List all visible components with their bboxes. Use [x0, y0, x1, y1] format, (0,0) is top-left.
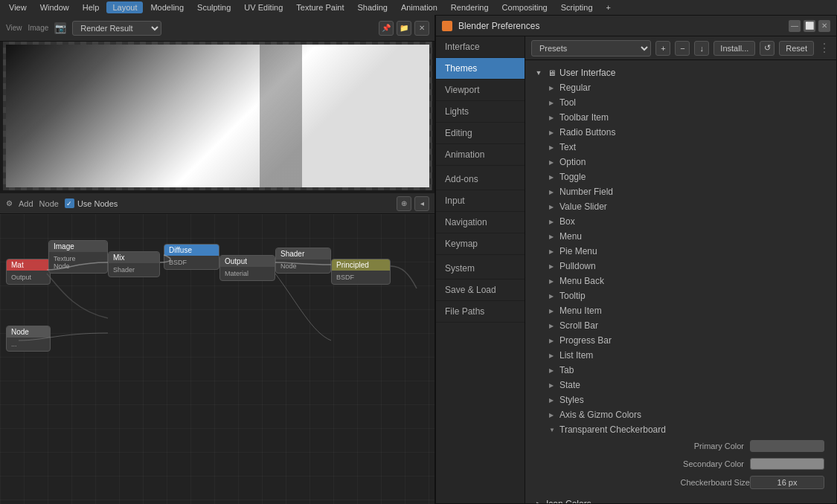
node-2[interactable]: Image TextureNode: [48, 240, 108, 274]
tree-item-text[interactable]: ▶ Text: [543, 140, 830, 155]
menu-texture-paint[interactable]: Texture Paint: [290, 1, 350, 13]
tree-item-menu-item[interactable]: ▶ Menu Item: [543, 303, 830, 318]
node-7[interactable]: Principled BSDF: [331, 259, 391, 285]
use-nodes-checkbox[interactable]: ✓ Use Nodes: [65, 198, 118, 208]
preset-remove-btn[interactable]: −: [675, 41, 690, 56]
sidebar-item-input[interactable]: Input: [436, 190, 525, 212]
tree-item-radio-buttons[interactable]: ▶ Radio Buttons: [543, 125, 830, 140]
menu-window[interactable]: Window: [34, 1, 75, 13]
tree-item-toggle[interactable]: ▶ Toggle: [543, 169, 830, 184]
tree-item-pie-menu[interactable]: ▶ Pie Menu: [543, 244, 830, 259]
node-editor-header: ⚙ Add Node ✓ Use Nodes ⊕ ◂: [0, 193, 435, 214]
add-button[interactable]: Add: [19, 199, 33, 208]
sidebar-item-system[interactable]: System: [436, 258, 525, 280]
primary-color-swatch[interactable]: [750, 440, 824, 452]
node-3[interactable]: Mix Shader: [108, 251, 160, 277]
sidebar-item-viewport[interactable]: Viewport: [436, 80, 525, 101]
node-back-icon[interactable]: ◂: [414, 196, 429, 211]
menu-compositing[interactable]: Compositing: [496, 1, 554, 13]
tree-item-tooltip[interactable]: ▶ Tooltip: [543, 288, 830, 303]
node-2-title: Image: [49, 241, 107, 252]
sidebar-item-addons[interactable]: Add-ons: [436, 169, 525, 190]
node-editor-type[interactable]: ⚙: [6, 199, 13, 207]
tree-item-toolbar-item[interactable]: ▶ Toolbar Item: [543, 110, 830, 125]
image-label[interactable]: Image: [28, 24, 49, 32]
node-5[interactable]: Output Material: [219, 255, 275, 281]
menu-uv-editing[interactable]: UV Editing: [238, 1, 289, 13]
sidebar-item-lights[interactable]: Lights: [436, 101, 525, 123]
tree-item-scroll-bar[interactable]: ▶ Scroll Bar: [543, 318, 830, 333]
folder-icon[interactable]: 📁: [397, 21, 411, 36]
tree-item-menu-back[interactable]: ▶ Menu Back: [543, 274, 830, 288]
sidebar-item-interface[interactable]: Interface: [436, 36, 525, 58]
render-viewport: [3, 42, 432, 190]
node-editor: ⚙ Add Node ✓ Use Nodes ⊕ ◂ Mat Output Im…: [0, 193, 435, 504]
tree-item-option[interactable]: ▶ Option: [543, 155, 830, 169]
preset-undo-btn[interactable]: ↺: [760, 41, 775, 56]
tree-item-value-slider[interactable]: ▶ Value Slider: [543, 199, 830, 214]
node-8[interactable]: Node ...: [6, 326, 51, 352]
render-actions: 📌 📁 ✕: [379, 21, 429, 36]
pref-sidebar: Interface Themes Viewport Lights Editing…: [436, 36, 525, 503]
tree-item-axis-gizmo[interactable]: ▶ Axis & Gizmo Colors: [543, 407, 830, 422]
close-button[interactable]: ✕: [818, 20, 830, 32]
menu-animation[interactable]: Animation: [395, 1, 443, 13]
minimize-button[interactable]: —: [789, 20, 801, 32]
node-4[interactable]: Diffuse BSDF: [164, 244, 219, 270]
expand-icon[interactable]: ⋮: [818, 41, 830, 55]
node-button[interactable]: Node: [39, 199, 59, 208]
presets-select[interactable]: Presets: [531, 40, 651, 56]
pref-tree: ▼ 🖥 User Interface ▶ Regular ▶ Tool: [525, 60, 836, 503]
preset-add-btn[interactable]: +: [655, 41, 670, 56]
render-result-select[interactable]: Render Result: [72, 21, 161, 36]
tree-item-tab[interactable]: ▶ Tab: [543, 363, 830, 378]
menu-help[interactable]: Help: [77, 1, 106, 13]
menu-modeling[interactable]: Modeling: [144, 1, 190, 13]
icon-colors-arrow: ▶: [534, 500, 543, 503]
user-interface-header[interactable]: ▼ 🖥 User Interface: [531, 65, 830, 80]
menu-plus[interactable]: +: [600, 1, 617, 13]
tree-item-state[interactable]: ▶ State: [543, 378, 830, 392]
tree-item-pulldown[interactable]: ▶ Pulldown: [543, 259, 830, 274]
tree-item-regular[interactable]: ▶ Regular: [543, 80, 830, 95]
reset-button[interactable]: Reset: [779, 41, 814, 56]
node-1[interactable]: Mat Output: [6, 259, 51, 285]
secondary-color-swatch[interactable]: [750, 458, 824, 470]
sidebar-item-save-load[interactable]: Save & Load: [436, 280, 525, 301]
close-icon[interactable]: ✕: [414, 21, 429, 36]
sidebar-item-keymap[interactable]: Keymap: [436, 233, 525, 255]
sidebar-item-file-paths[interactable]: File Paths: [436, 301, 525, 323]
tree-item-tool[interactable]: ▶ Tool: [543, 95, 830, 110]
menu-view[interactable]: View: [3, 1, 33, 13]
node-6[interactable]: Shader Node: [275, 248, 331, 274]
tree-item-menu[interactable]: ▶ Menu: [543, 229, 830, 244]
tree-item-transparent-checkerboard[interactable]: ▼ Transparent Checkerboard: [543, 422, 830, 437]
checkerboard-size-input[interactable]: [750, 476, 824, 489]
tree-item-list-item[interactable]: ▶ List Item: [543, 348, 830, 363]
tree-item-box[interactable]: ▶ Box: [543, 214, 830, 229]
node-pin-icon[interactable]: ⊕: [397, 196, 411, 211]
tree-item-progress-bar[interactable]: ▶ Progress Bar: [543, 333, 830, 348]
sidebar-item-editing[interactable]: Editing: [436, 123, 525, 144]
node-canvas[interactable]: Mat Output Image TextureNode Mix Shader …: [0, 214, 435, 504]
sidebar-item-themes[interactable]: Themes: [436, 58, 525, 80]
icon-colors-header[interactable]: ▶ Icon Colors: [531, 497, 830, 503]
secondary-color-label: Secondary Color: [561, 459, 744, 468]
node-3-title: Mix: [109, 252, 159, 263]
menu-sculpting[interactable]: Sculpting: [191, 1, 237, 13]
install-button[interactable]: Install...: [713, 41, 755, 56]
maximize-button[interactable]: ⬜: [804, 20, 815, 32]
menu-shading[interactable]: Shading: [352, 1, 394, 13]
node-1-body: Output: [7, 271, 50, 284]
menu-rendering[interactable]: Rendering: [445, 1, 495, 13]
tree-item-number-field[interactable]: ▶ Number Field: [543, 184, 830, 199]
menu-scripting[interactable]: Scripting: [555, 1, 599, 13]
preset-export-btn[interactable]: ↓: [694, 41, 709, 56]
sidebar-item-animation[interactable]: Animation: [436, 144, 525, 166]
menu-layout[interactable]: Layout: [106, 1, 143, 13]
node-2-body: TextureNode: [49, 252, 107, 273]
tree-item-styles[interactable]: ▶ Styles: [543, 392, 830, 407]
pin-icon[interactable]: 📌: [379, 21, 394, 36]
preferences-window: Blender Preferences — ⬜ ✕ Interface Them…: [435, 15, 837, 504]
sidebar-item-navigation[interactable]: Navigation: [436, 212, 525, 233]
